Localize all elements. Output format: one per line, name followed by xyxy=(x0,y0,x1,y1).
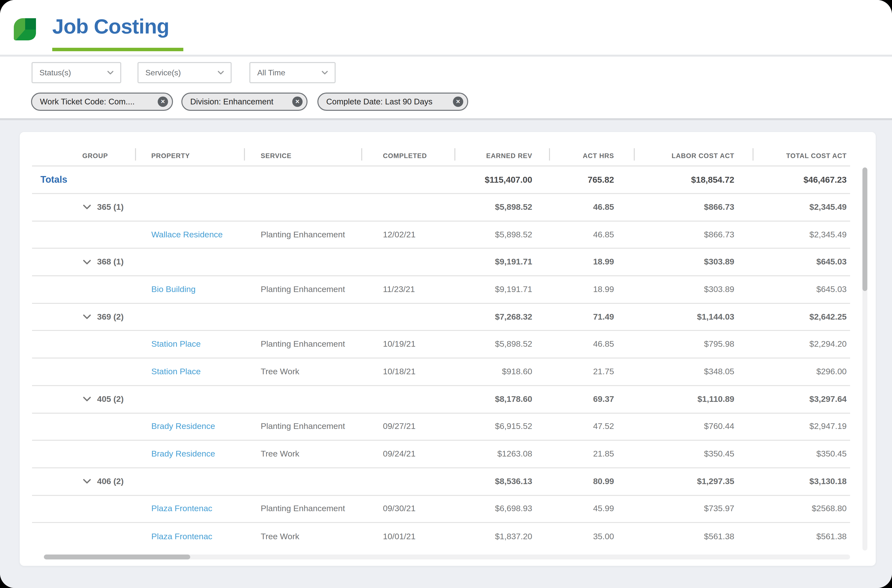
completed-date-cell: 10/01/21 xyxy=(361,532,454,542)
property-link[interactable]: Station Place xyxy=(151,339,200,349)
group-label[interactable]: 405 (2) xyxy=(97,394,124,404)
group-row: 406 (2)$8,536.1380.99$1,297.35$3,130.18 xyxy=(32,468,850,496)
total-cost-act-cell: $2,345.49 xyxy=(752,230,850,240)
remove-filter-icon[interactable]: ✕ xyxy=(158,96,168,107)
earned-rev-cell: $1263.08 xyxy=(454,449,549,459)
column-header-earned-rev[interactable]: EARNED REV xyxy=(454,152,549,159)
column-separator xyxy=(634,148,635,160)
completed-date-cell: 09/24/21 xyxy=(361,449,454,459)
property-link[interactable]: Brady Residence xyxy=(151,422,215,431)
labor-cost-act-cell: $866.73 xyxy=(634,202,752,212)
remove-filter-icon[interactable]: ✕ xyxy=(453,96,463,107)
chevron-down-icon[interactable] xyxy=(83,478,91,484)
work-ticket-row: Station PlaceTree Work10/18/21$918.6021.… xyxy=(32,358,850,386)
table-body: 365 (1)$5,898.5246.85$866.73$2,345.49Wal… xyxy=(20,194,876,550)
status-dropdown-label: Status(s) xyxy=(39,68,71,77)
total-cost-act-cell: $2,947.19 xyxy=(752,422,850,432)
completed-date-cell: 09/30/21 xyxy=(361,504,454,514)
filter-bar: Status(s) Service(s) All Time Work Ticke… xyxy=(0,57,892,120)
group-label[interactable]: 368 (1) xyxy=(97,257,124,267)
filter-chip-complete-date[interactable]: Complete Date: Last 90 Days ✕ xyxy=(317,93,468,111)
completed-date-cell: 10/19/21 xyxy=(361,339,454,350)
filter-chip-label: Work Ticket Code: Com.... xyxy=(40,97,135,106)
page-title: Job Costing xyxy=(52,15,169,38)
work-ticket-row: Wallace ResidencePlanting Enhancement12/… xyxy=(32,221,850,249)
earned-rev-cell: $9,191.71 xyxy=(454,257,549,267)
column-header-act-hrs[interactable]: ACT HRS xyxy=(549,152,634,159)
work-ticket-row: Plaza FrontenacPlanting Enhancement09/30… xyxy=(32,496,850,523)
labor-cost-act-cell: $795.98 xyxy=(634,339,752,350)
chevron-down-icon[interactable] xyxy=(83,259,91,265)
labor-cost-act-cell: $866.73 xyxy=(634,230,752,240)
labor-cost-act-cell: $303.89 xyxy=(634,285,752,294)
group-label[interactable]: 369 (2) xyxy=(97,312,124,322)
property-link[interactable]: Wallace Residence xyxy=(151,230,223,239)
earned-rev-cell: $918.60 xyxy=(454,367,549,377)
totals-label: Totals xyxy=(41,174,67,185)
group-label[interactable]: 365 (1) xyxy=(97,202,124,212)
filter-chip-work-ticket-code[interactable]: Work Ticket Code: Com.... ✕ xyxy=(31,93,173,111)
group-label[interactable]: 406 (2) xyxy=(97,477,124,486)
service-cell: Tree Work xyxy=(244,367,361,377)
service-cell: Tree Work xyxy=(244,449,361,459)
horizontal-scrollbar-thumb[interactable] xyxy=(44,555,190,560)
service-cell: Planting Enhancement xyxy=(244,339,361,350)
filter-chip-label: Division: Enhancement xyxy=(190,97,274,106)
app-header: Job Costing xyxy=(0,0,892,57)
status-dropdown[interactable]: Status(s) xyxy=(32,62,121,83)
total-cost-act-cell: $645.03 xyxy=(752,257,850,267)
earned-rev-cell: $5,898.52 xyxy=(454,202,549,212)
date-range-dropdown[interactable]: All Time xyxy=(250,62,335,83)
totals-labor-cost-act: $18,854.72 xyxy=(634,175,752,185)
column-header-group[interactable]: GROUP xyxy=(32,152,135,159)
column-header-completed[interactable]: COMPLETED xyxy=(361,152,454,159)
earned-rev-cell: $8,536.13 xyxy=(454,477,549,486)
property-link[interactable]: Plaza Frontenac xyxy=(151,504,212,513)
service-cell: Planting Enhancement xyxy=(244,422,361,432)
column-header-property[interactable]: PROPERTY xyxy=(135,152,244,159)
total-cost-act-cell: $561.38 xyxy=(752,532,850,542)
act-hrs-cell: 45.99 xyxy=(549,504,634,514)
column-header-service[interactable]: SERVICE xyxy=(244,152,361,159)
act-hrs-cell: 69.37 xyxy=(549,394,634,404)
total-cost-act-cell: $2,294.20 xyxy=(752,339,850,350)
active-tab-underline xyxy=(52,48,184,51)
act-hrs-cell: 46.85 xyxy=(549,202,634,212)
service-cell: Planting Enhancement xyxy=(244,504,361,514)
vertical-scrollbar-thumb[interactable] xyxy=(862,167,867,291)
chevron-down-icon xyxy=(217,70,224,75)
leaf-logo-icon xyxy=(14,18,36,40)
earned-rev-cell: $9,191.71 xyxy=(454,285,549,294)
property-link[interactable]: Bio Building xyxy=(151,285,196,294)
labor-cost-act-cell: $1,144.03 xyxy=(634,312,752,322)
completed-date-cell: 12/02/21 xyxy=(361,230,454,240)
horizontal-scrollbar[interactable] xyxy=(44,555,850,560)
column-separator xyxy=(361,148,362,160)
completed-date-cell: 10/18/21 xyxy=(361,367,454,377)
totals-total-cost-act: $46,467.23 xyxy=(752,175,850,185)
labor-cost-act-cell: $350.45 xyxy=(634,449,752,459)
column-header-labor-cost-act[interactable]: LABOR COST ACT xyxy=(634,152,752,159)
earned-rev-cell: $5,898.52 xyxy=(454,230,549,240)
property-link[interactable]: Station Place xyxy=(151,367,200,376)
service-dropdown[interactable]: Service(s) xyxy=(137,62,232,83)
vertical-scrollbar[interactable] xyxy=(862,167,867,550)
column-separator xyxy=(752,148,754,160)
remove-filter-icon[interactable]: ✕ xyxy=(292,96,302,107)
group-row: 369 (2)$7,268.3271.49$1,144.03$2,642.25 xyxy=(32,304,850,331)
filter-chip-label: Complete Date: Last 90 Days xyxy=(326,97,432,106)
filter-chip-division[interactable]: Division: Enhancement ✕ xyxy=(181,93,307,111)
property-link[interactable]: Plaza Frontenac xyxy=(151,532,212,541)
job-costing-screen: Job Costing Status(s) Service(s) All Tim… xyxy=(0,0,892,588)
earned-rev-cell: $8,178.60 xyxy=(454,394,549,404)
chevron-down-icon[interactable] xyxy=(83,205,91,210)
earned-rev-cell: $1,837.20 xyxy=(454,532,549,542)
chevron-down-icon[interactable] xyxy=(83,396,91,402)
column-separator xyxy=(454,148,455,160)
chevron-down-icon[interactable] xyxy=(83,314,91,320)
act-hrs-cell: 80.99 xyxy=(549,477,634,486)
property-link[interactable]: Brady Residence xyxy=(151,449,215,459)
column-header-total-cost-act[interactable]: TOTAL COST ACT xyxy=(752,152,850,159)
service-cell: Planting Enhancement xyxy=(244,285,361,294)
labor-cost-act-cell: $1,297.35 xyxy=(634,477,752,486)
